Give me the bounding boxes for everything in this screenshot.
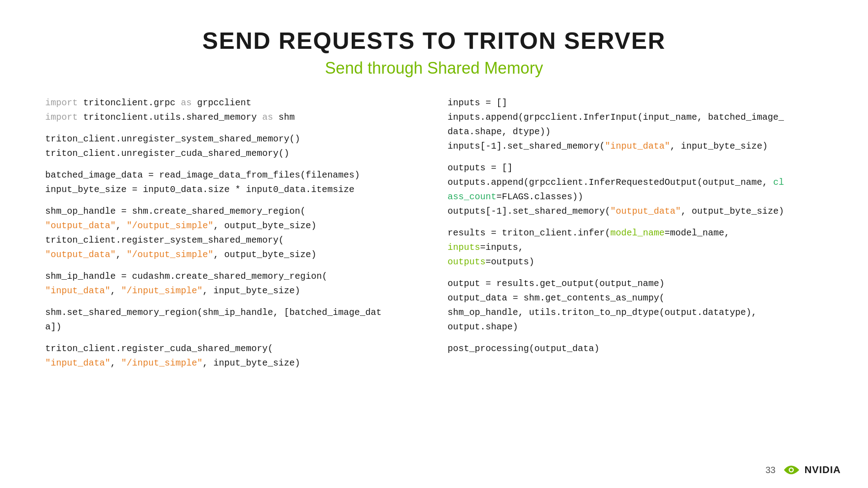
code-token: triton_client.unregister_system_shared_m… [45,134,300,144]
code-token: tritonclient.grpc [78,98,181,108]
code-token: outputs.append(grpcclient.InferRequested… [448,177,773,188]
code-line: inputs[-1].set_shared_memory("input_data… [448,139,823,154]
code-line: outputs = [] [448,161,823,175]
code-token: "input_data" [45,358,110,368]
code-token: grpcclient [192,98,251,108]
code-token: a]) [45,322,61,332]
code-token: batched_image_data = read_image_data_fro… [45,170,360,180]
code-token: , [110,358,121,368]
code-token: inputs[-1].set_shared_memory( [448,141,605,151]
code-token: inputs [448,242,480,253]
code-token: "output_data" [45,221,116,231]
code-token: output = results.get_output(output_name) [448,278,665,289]
code-token: triton_client.unregister_cuda_shared_mem… [45,148,289,159]
page-number: 33 [765,465,775,475]
code-token: "input_data" [605,141,670,151]
code-token: inputs = [] [448,98,507,108]
code-token: , input_byte_size) [203,286,300,296]
code-token: cl [773,177,784,188]
code-token: shm_op_handle, utils.triton_to_np_dtype(… [448,307,757,318]
svg-point-1 [790,469,793,471]
code-token: output.shape) [448,322,518,332]
code-token: post_processing(output_data) [448,343,599,354]
code-line: output_data = shm.get_contents_as_numpy( [448,291,823,305]
code-token: ass_count [448,192,496,202]
code-line: triton_client.register_system_shared_mem… [45,233,420,248]
code-token: , output_byte_size) [681,206,784,216]
code-token: , output_byte_size) [213,249,316,260]
nvidia-logo: NVIDIA [783,461,841,479]
code-line: "output_data", "/output_simple", output_… [45,219,420,233]
footer: 33 NVIDIA [765,461,841,479]
code-line [448,334,823,342]
code-line: results = triton_client.infer(model_name… [448,226,823,240]
code-token: shm_ip_handle = cudashm.create_shared_me… [45,271,327,282]
slide: SEND REQUESTS TO TRITON SERVER Send thro… [0,0,868,488]
code-line [45,125,420,132]
code-line: ass_count=FLAGS.classes)) [448,190,823,204]
code-section: import tritonclient.grpc as grpcclientim… [36,96,832,371]
code-line: output = results.get_output(output_name) [448,277,823,291]
code-token: , [116,221,127,231]
code-line: shm.set_shared_memory_region(shm_ip_hand… [45,305,420,320]
code-line: batched_image_data = read_image_data_fro… [45,168,420,183]
code-line: outputs[-1].set_shared_memory("output_da… [448,204,823,219]
code-line: triton_client.register_cuda_shared_memor… [45,342,420,356]
code-line [448,269,823,277]
code-line: outputs=outputs) [448,255,823,269]
code-line: inputs.append(grpcclient.InferInput(inpu… [448,110,823,125]
code-token: as [262,112,273,122]
code-token: data.shape, dtype)) [448,127,551,137]
code-token: shm [273,112,295,122]
code-token: =model_name, [665,228,730,238]
code-line: inputs = [] [448,96,823,110]
code-line [45,197,420,204]
code-token: "/input_simple" [121,358,203,368]
code-token: output_data = shm.get_contents_as_numpy( [448,293,665,303]
code-line: triton_client.unregister_system_shared_m… [45,132,420,146]
code-token: =outputs) [486,257,534,267]
code-line: "input_data", "/input_simple", input_byt… [45,284,420,298]
code-token: outputs = [] [448,163,513,173]
code-token: , [116,249,127,260]
code-token: "output_data" [45,249,116,260]
code-right: inputs = []inputs.append(grpcclient.Infe… [448,96,823,371]
code-token: "output_data" [610,206,681,216]
code-token: triton_client.register_system_shared_mem… [45,235,284,245]
code-token: results = triton_client.infer( [448,228,610,238]
code-line [45,298,420,305]
code-token: , [110,286,121,296]
code-line: inputs=inputs, [448,240,823,255]
code-token: , input_byte_size) [203,358,300,368]
code-line [45,262,420,269]
code-token: "/input_simple" [121,286,203,296]
code-left: import tritonclient.grpc as grpcclientim… [45,96,420,371]
page-subtitle: Send through Shared Memory [36,59,832,78]
nvidia-icon [783,461,801,479]
code-line: "input_data", "/input_simple", input_byt… [45,356,420,371]
code-token: "input_data" [45,286,110,296]
code-line [45,334,420,342]
code-line: shm_op_handle, utils.triton_to_np_dtype(… [448,305,823,320]
code-line: "output_data", "/output_simple", output_… [45,248,420,262]
code-token: model_name [610,228,665,238]
code-line: import tritonclient.utils.shared_memory … [45,110,420,125]
code-line: output.shape) [448,320,823,334]
code-token: outputs [448,257,486,267]
nvidia-label: NVIDIA [804,464,841,476]
code-token: as [181,98,192,108]
code-line: post_processing(output_data) [448,342,823,356]
code-token: =FLAGS.classes)) [496,192,583,202]
code-line [45,161,420,168]
code-line [448,154,823,161]
code-token: , output_byte_size) [213,221,316,231]
code-token: inputs.append(grpcclient.InferInput(inpu… [448,112,784,122]
code-token: input_byte_size = input0_data.size * inp… [45,184,354,195]
code-token: , input_byte_size) [670,141,768,151]
code-line: a]) [45,320,420,334]
code-token: tritonclient.utils.shared_memory [78,112,262,122]
code-line: data.shape, dtype)) [448,125,823,139]
code-token: shm.set_shared_memory_region(shm_ip_hand… [45,307,382,318]
code-token: =inputs, [480,242,524,253]
code-line: outputs.append(grpcclient.InferRequested… [448,175,823,190]
